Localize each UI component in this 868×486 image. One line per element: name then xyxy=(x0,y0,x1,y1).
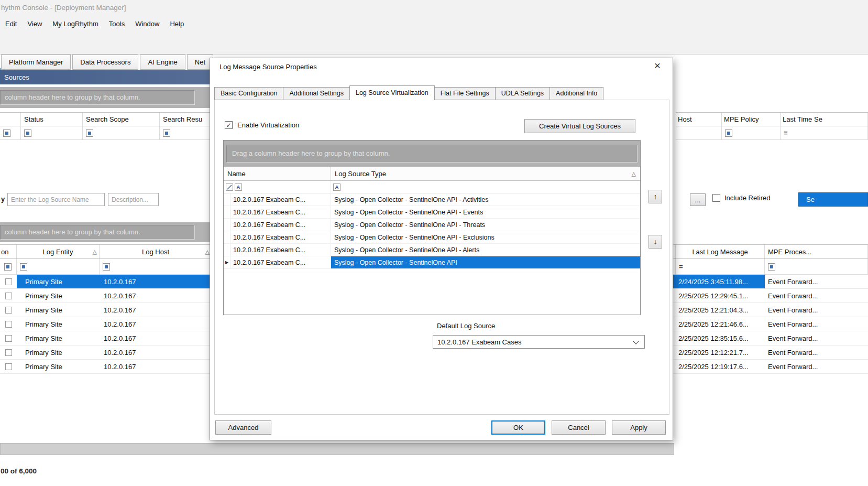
virtual-log-sources-grid: Drag a column header here to group by th… xyxy=(223,140,641,315)
row-indicator xyxy=(224,231,230,243)
dialog-tab[interactable]: Log Source Virtualization xyxy=(349,85,435,100)
column-header-log-source-type[interactable]: Log Source Type △ xyxy=(331,167,640,180)
mpe-process-cell: Event Forward... xyxy=(765,360,868,373)
include-retired-label: Include Retired xyxy=(724,194,770,202)
search-button[interactable]: Se xyxy=(798,192,868,207)
table-row[interactable]: 2/24/2025 3:45:11.98... Event Forward... xyxy=(676,275,868,289)
bottom-scrollbar-track[interactable] xyxy=(0,443,674,455)
filter-text-icon[interactable]: A xyxy=(235,183,242,191)
last-log-message-cell: 2/25/2025 12:35:15.6... xyxy=(676,331,765,345)
equals-filter[interactable]: = xyxy=(679,263,683,271)
row-checkbox[interactable] xyxy=(5,293,12,299)
last-log-message-cell: 2/25/2025 12:19:17.6... xyxy=(676,360,765,373)
ellipsis-button[interactable]: ... xyxy=(690,193,706,206)
table-row[interactable]: 2/25/2025 12:21:46.6... Event Forward... xyxy=(676,317,868,331)
menu-bar: EditViewMy LogRhythmToolsWindowHelp xyxy=(0,16,868,32)
column-header-last-time[interactable]: Last Time Se xyxy=(781,113,868,126)
move-up-button[interactable]: ↑ xyxy=(649,190,662,203)
menu-item[interactable]: Window xyxy=(130,16,164,32)
column-header-mpe-policy[interactable]: MPE Policy xyxy=(722,113,781,126)
virtual-log-source-row[interactable]: 10.2.0.167 Exabeam C... Syslog - Open Co… xyxy=(224,244,640,256)
close-icon[interactable]: × xyxy=(651,59,664,72)
menu-item[interactable]: View xyxy=(22,16,47,32)
last-log-message-cell: 2/25/2025 12:21:46.6... xyxy=(676,317,765,331)
row-checkbox[interactable] xyxy=(5,335,12,342)
filter-icon[interactable] xyxy=(24,129,31,137)
log-entity-cell: Primary Site xyxy=(17,360,100,373)
create-virtual-log-sources-button[interactable]: Create Virtual Log Sources xyxy=(524,119,635,133)
log-source-type-cell: Syslog - Open Collector - SentinelOne AP… xyxy=(331,206,640,218)
virtual-log-source-row[interactable]: 10.2.0.167 Exabeam C... Syslog - Open Co… xyxy=(224,193,640,206)
virtual-log-source-row[interactable]: 10.2.0.167 Exabeam C... Syslog - Open Co… xyxy=(224,206,640,219)
menu-item[interactable]: Tools xyxy=(104,16,130,32)
advanced-button[interactable]: Advanced xyxy=(215,420,271,435)
filter-icon[interactable] xyxy=(86,129,93,137)
table-row[interactable]: 2/25/2025 12:12:21.7... Event Forward... xyxy=(676,345,868,360)
row-checkbox[interactable] xyxy=(5,321,12,328)
table-row[interactable]: 2/25/2025 12:29:45.1... Event Forward... xyxy=(676,289,868,303)
column-header-status[interactable]: Status xyxy=(21,113,83,126)
dialog-tab[interactable]: Additional Settings xyxy=(283,87,350,100)
status-count: 00 of 6,000 xyxy=(1,467,37,475)
last-log-message-cell: 2/25/2025 12:12:21.7... xyxy=(676,345,765,359)
row-indicator xyxy=(224,193,230,206)
filter-icon[interactable] xyxy=(20,263,27,271)
menu-item[interactable]: My LogRhythm xyxy=(47,16,103,32)
row-checkbox[interactable] xyxy=(5,278,12,285)
ok-button[interactable]: OK xyxy=(491,420,545,435)
name-cell: 10.2.0.167 Exabeam C... xyxy=(230,256,331,268)
top-grid-filter-row-right: = xyxy=(676,126,868,140)
menu-item[interactable]: Edit xyxy=(0,16,22,32)
column-header-log-entity[interactable]: Log Entity △ xyxy=(17,245,100,258)
log-source-type-cell: Syslog - Open Collector - SentinelOne AP… xyxy=(331,193,640,206)
log-source-name-input[interactable] xyxy=(7,193,105,206)
row-indicator xyxy=(224,219,230,231)
dialog-tab[interactable]: Basic Configuration xyxy=(214,87,283,100)
filter-icon[interactable] xyxy=(4,263,12,271)
table-row[interactable]: 2/25/2025 12:21:04.3... Event Forward... xyxy=(676,303,868,317)
default-log-source-dropdown[interactable]: 10.2.0.167 Exabeam Cases xyxy=(433,335,645,349)
column-header-log-host[interactable]: Log Host △ xyxy=(100,245,212,258)
column-header-name[interactable]: Name xyxy=(224,167,331,180)
enable-virtualization-checkbox[interactable]: ✓ xyxy=(225,121,233,129)
filter-text-icon[interactable]: A xyxy=(333,183,340,191)
virtual-log-source-row[interactable]: 10.2.0.167 Exabeam C... Syslog - Open Co… xyxy=(224,256,640,269)
description-input[interactable] xyxy=(108,193,159,206)
mpe-process-cell: Event Forward... xyxy=(765,331,868,345)
dialog-tab[interactable]: Flat File Settings xyxy=(434,87,496,100)
filter-icon[interactable] xyxy=(725,129,732,137)
column-header-partial[interactable]: on xyxy=(0,245,17,258)
filter-edit-icon[interactable] xyxy=(226,183,233,191)
table-row[interactable]: 2/25/2025 12:19:17.6... Event Forward... xyxy=(676,360,868,374)
dialog-tab[interactable]: UDLA Settings xyxy=(495,87,550,100)
column-header-host[interactable]: Host xyxy=(676,113,722,126)
column-header-search-scope[interactable]: Search Scope xyxy=(83,113,160,126)
filter-icon[interactable] xyxy=(103,263,110,271)
row-checkbox[interactable] xyxy=(5,349,12,356)
view-tab[interactable]: Platform Manager xyxy=(1,55,71,70)
dialog-tab[interactable]: Additional Info xyxy=(550,87,603,100)
column-header-mpe-process[interactable]: MPE Proces... xyxy=(765,245,868,258)
filter-icon[interactable] xyxy=(768,263,775,271)
table-row[interactable]: 2/25/2025 12:35:15.6... Event Forward... xyxy=(676,331,868,345)
include-retired-checkbox[interactable] xyxy=(712,194,720,202)
up-arrow-icon: ↑ xyxy=(654,192,657,201)
row-checkbox[interactable] xyxy=(5,363,12,370)
filter-icon[interactable] xyxy=(3,129,10,137)
group-by-bar[interactable]: Drag a column header here to group by th… xyxy=(224,141,640,167)
column-header-last-log-message[interactable]: Last Log Message xyxy=(676,245,765,258)
virtual-log-source-row[interactable]: 10.2.0.167 Exabeam C... Syslog - Open Co… xyxy=(224,219,640,231)
column-header-blank[interactable] xyxy=(0,113,21,126)
cancel-button[interactable]: Cancel xyxy=(552,420,606,435)
view-tab[interactable]: AI Engine xyxy=(140,55,185,70)
virtual-log-source-row[interactable]: 10.2.0.167 Exabeam C... Syslog - Open Co… xyxy=(224,231,640,244)
row-checkbox[interactable] xyxy=(5,307,12,314)
equals-filter[interactable]: = xyxy=(784,129,788,137)
view-tab[interactable]: Data Processors xyxy=(72,55,138,70)
move-down-button[interactable]: ↓ xyxy=(649,235,662,249)
menu-item[interactable]: Help xyxy=(164,16,189,32)
filter-icon[interactable] xyxy=(163,129,170,137)
apply-button[interactable]: Apply xyxy=(612,420,666,435)
log-entity-cell: Primary Site xyxy=(17,275,100,288)
mpe-process-cell: Event Forward... xyxy=(765,275,868,288)
